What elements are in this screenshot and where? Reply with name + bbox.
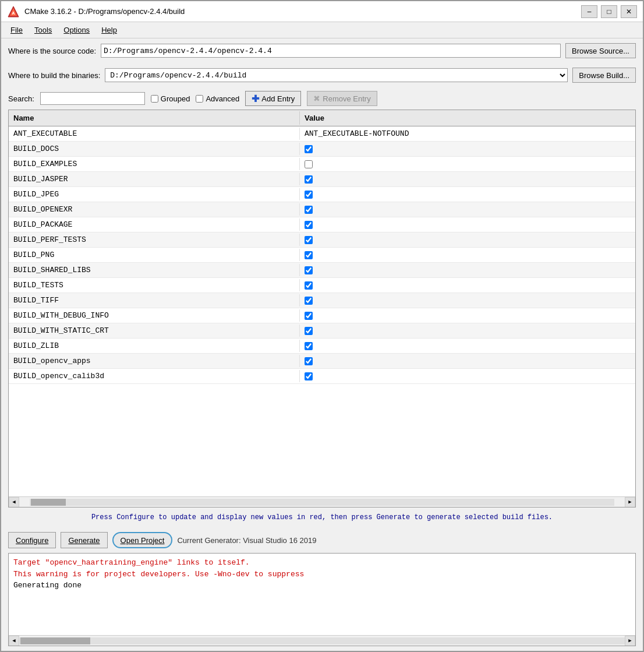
table-row[interactable]: BUILD_opencv_calib3d <box>9 369 635 384</box>
log-container: Target "opencv_haartraining_engine" link… <box>8 553 636 646</box>
row-checkbox[interactable] <box>305 281 313 290</box>
row-name: BUILD_JASPER <box>9 173 300 185</box>
table-row[interactable]: BUILD_WITH_STATIC_CRT <box>9 323 635 339</box>
scroll-left-arrow[interactable]: ◀ <box>9 497 19 507</box>
table-row[interactable]: BUILD_TESTS <box>9 278 635 293</box>
table-row[interactable]: ANT_EXECUTABLEANT_EXECUTABLE-NOTFOUND <box>9 126 635 142</box>
row-name: BUILD_OPENEXR <box>9 203 300 216</box>
table-row[interactable]: BUILD_opencv_apps <box>9 354 635 369</box>
row-value[interactable] <box>300 204 635 216</box>
table-row[interactable]: BUILD_EXAMPLES <box>9 157 635 172</box>
table-row[interactable]: BUILD_PERF_TESTS <box>9 232 635 248</box>
row-name: BUILD_DOCS <box>9 143 300 155</box>
configure-button[interactable]: Configure <box>8 532 56 548</box>
row-checkbox[interactable] <box>305 145 313 153</box>
remove-entry-button[interactable]: ✖ Remove Entry <box>307 91 377 106</box>
browse-source-button[interactable]: Browse Source... <box>565 43 636 58</box>
row-value[interactable] <box>300 325 635 337</box>
row-value[interactable] <box>300 143 635 155</box>
generate-button[interactable]: Generate <box>61 532 107 548</box>
row-checkbox[interactable] <box>305 251 313 259</box>
row-value[interactable] <box>300 189 635 200</box>
table-h-scrollbar[interactable]: ◀ ▶ <box>9 496 635 507</box>
row-checkbox[interactable] <box>305 206 313 214</box>
advanced-checkbox-label[interactable]: Advanced <box>196 94 239 103</box>
scroll-right-arrow[interactable]: ▶ <box>625 497 635 507</box>
search-input[interactable] <box>40 92 145 105</box>
row-value[interactable] <box>300 249 635 261</box>
row-value[interactable] <box>300 355 635 367</box>
maximize-button[interactable]: □ <box>601 5 617 18</box>
menu-file[interactable]: File <box>5 24 29 36</box>
log-line: Target "opencv_haartraining_engine" link… <box>13 557 631 569</box>
row-value[interactable] <box>300 280 635 291</box>
grouped-label: Grouped <box>161 94 190 103</box>
table-row[interactable]: BUILD_TIFF <box>9 293 635 308</box>
table-row[interactable]: BUILD_JPEG <box>9 187 635 202</box>
table-row[interactable]: BUILD_JASPER <box>9 172 635 187</box>
row-checkbox[interactable] <box>305 266 313 274</box>
log-h-scrollbar[interactable]: ◀ ▶ <box>9 635 635 646</box>
source-input[interactable] <box>101 44 561 58</box>
row-checkbox[interactable] <box>305 236 313 244</box>
row-checkbox[interactable] <box>305 160 313 168</box>
table-row[interactable]: BUILD_WITH_DEBUG_INFO <box>9 308 635 323</box>
table-row[interactable]: BUILD_DOCS <box>9 142 635 157</box>
source-label: Where is the source code: <box>8 47 96 55</box>
browse-build-button[interactable]: Browse Build... <box>572 68 636 83</box>
advanced-checkbox[interactable] <box>196 95 203 103</box>
row-value[interactable] <box>300 265 635 276</box>
row-checkbox[interactable] <box>305 221 313 229</box>
grouped-checkbox[interactable] <box>151 95 158 103</box>
table-row[interactable]: BUILD_SHARED_LIBS <box>9 263 635 278</box>
row-checkbox[interactable] <box>305 327 313 335</box>
log-scroll-left[interactable]: ◀ <box>9 636 19 646</box>
row-value[interactable] <box>300 310 635 322</box>
menu-options[interactable]: Options <box>58 24 95 36</box>
row-value[interactable] <box>300 234 635 246</box>
title-bar: A CMake 3.16.2 - D:/Programs/opencv-2.4.… <box>1 1 643 22</box>
row-name: BUILD_TIFF <box>9 294 300 306</box>
log-scroll-thumb[interactable] <box>20 637 90 644</box>
build-path-select[interactable]: D:/Programs/opencv-2.4.4/build <box>105 68 568 82</box>
table-row[interactable]: BUILD_OPENEXR <box>9 202 635 217</box>
svg-text:A: A <box>12 10 15 16</box>
menu-help[interactable]: Help <box>95 24 123 36</box>
row-value[interactable] <box>300 295 635 306</box>
table-row[interactable]: BUILD_PACKAGE <box>9 217 635 232</box>
row-checkbox[interactable] <box>305 372 313 380</box>
search-row: Search: Grouped Advanced ✚ Add Entry ✖ R… <box>1 87 643 110</box>
table-body[interactable]: ANT_EXECUTABLEANT_EXECUTABLE-NOTFOUNDBUI… <box>9 126 635 496</box>
minimize-button[interactable]: – <box>581 5 597 18</box>
h-scroll-track[interactable] <box>30 499 614 506</box>
log-scroll-right[interactable]: ▶ <box>625 636 635 646</box>
row-checkbox[interactable] <box>305 312 313 320</box>
remove-icon: ✖ <box>313 94 320 103</box>
row-checkbox[interactable] <box>305 191 313 199</box>
add-entry-button[interactable]: ✚ Add Entry <box>245 91 301 106</box>
row-value[interactable] <box>300 174 635 185</box>
row-value[interactable] <box>300 371 635 382</box>
row-value[interactable] <box>300 219 635 231</box>
h-scroll-thumb[interactable] <box>31 499 66 506</box>
grouped-checkbox-label[interactable]: Grouped <box>151 94 190 103</box>
row-checkbox[interactable] <box>305 297 313 305</box>
title-controls: – □ ✕ <box>581 5 637 18</box>
row-value[interactable] <box>300 158 635 170</box>
log-scroll-track[interactable] <box>19 637 625 644</box>
window-title: CMake 3.16.2 - D:/Programs/opencv-2.4.4/… <box>24 7 185 16</box>
close-button[interactable]: ✕ <box>621 5 637 18</box>
row-checkbox[interactable] <box>305 357 313 365</box>
main-window: A CMake 3.16.2 - D:/Programs/opencv-2.4.… <box>0 0 644 652</box>
table-row[interactable]: BUILD_ZLIB <box>9 339 635 354</box>
row-checkbox[interactable] <box>305 342 313 350</box>
open-project-button[interactable]: Open Project <box>112 532 173 548</box>
row-checkbox[interactable] <box>305 175 313 184</box>
menu-tools[interactable]: Tools <box>29 24 58 36</box>
status-text: Press Configure to update and display ne… <box>1 507 643 527</box>
table-row[interactable]: BUILD_PNG <box>9 248 635 263</box>
log-line: This warning is for project developers. … <box>13 569 631 580</box>
row-name: BUILD_WITH_DEBUG_INFO <box>9 309 300 322</box>
row-value[interactable] <box>300 340 635 352</box>
log-body[interactable]: Target "opencv_haartraining_engine" link… <box>9 554 635 635</box>
